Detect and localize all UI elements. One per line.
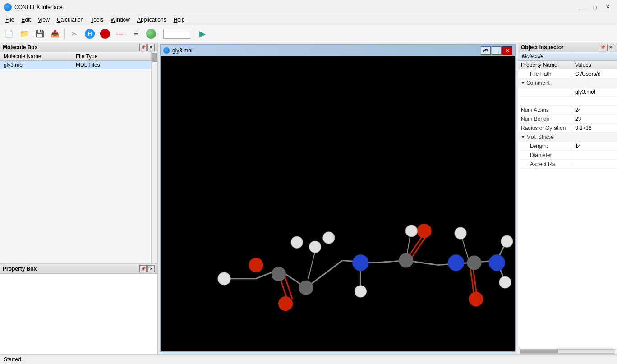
menu-calculation[interactable]: Calculation [53, 16, 87, 24]
inspector-key-diameter: Diameter [527, 152, 572, 159]
svg-point-39 [323, 232, 335, 244]
mol-minimize-button[interactable]: — [492, 46, 502, 55]
save-icon: 💾 [35, 29, 44, 38]
molecule-table-headers: Molecule Name File Type [0, 52, 151, 61]
open-button[interactable]: 📁 [17, 27, 32, 41]
svg-point-26 [309, 241, 321, 253]
green-ball-button[interactable] [144, 27, 158, 41]
molecule-cell-name-0: gly3.mol [0, 61, 72, 69]
menu-applications[interactable]: Applications [134, 16, 170, 24]
new-button[interactable]: 📄 [2, 27, 16, 41]
mol-close-button[interactable]: ✕ [502, 46, 512, 55]
minimize-button[interactable]: — [576, 3, 588, 12]
maximize-button[interactable]: □ [589, 3, 601, 12]
molecule-row-0[interactable]: gly3.mol MDL Files [0, 61, 151, 69]
svg-point-22 [249, 258, 263, 272]
col-header-type: File Type [72, 52, 151, 60]
property-box-controls: 📌 ✕ [139, 265, 155, 272]
inspector-row-comment-header[interactable]: ▼ Comment [518, 78, 617, 88]
inspector-column-headers: Property Name Values [518, 61, 617, 69]
new-icon: 📄 [5, 29, 14, 38]
svg-point-36 [489, 254, 505, 271]
inspector-scroll-thumb[interactable] [520, 350, 558, 353]
menu-window[interactable]: Window [107, 16, 134, 24]
inspector-val-molshape [572, 137, 617, 138]
mol-window-title: gly3.mol [172, 47, 193, 54]
inspector-row-numatoms: Num Atoms 24 [518, 106, 617, 115]
inspector-key-length: Length: [527, 143, 572, 150]
inspector-val-numatoms: 24 [572, 106, 617, 114]
property-box-close[interactable]: ✕ [147, 265, 155, 272]
mol-title: gly3.mol [163, 47, 193, 54]
calc-icon: — [116, 29, 124, 38]
menu-edit[interactable]: Edit [18, 16, 34, 24]
main-layout: Molecule Box 📌 ✕ Molecule Name File Type… [0, 42, 617, 354]
svg-point-24 [278, 296, 293, 311]
toolbar-separator-3 [193, 28, 193, 39]
molecule-box-close[interactable]: ✕ [147, 44, 155, 51]
title-controls: — □ ✕ [576, 3, 613, 12]
stack-button[interactable]: ≡ [129, 27, 143, 41]
comment-chevron-icon: ▼ [521, 81, 525, 85]
scissor-icon: ✂ [72, 30, 77, 37]
stack-icon: ≡ [134, 29, 138, 38]
mol-restore-button[interactable]: 🗗 [481, 46, 491, 55]
calc-button[interactable]: — [113, 27, 128, 41]
open-icon: 📁 [20, 29, 29, 38]
molecule-box: Molecule Box 📌 ✕ Molecule Name File Type… [0, 42, 157, 264]
hydrogen-icon: H [85, 29, 95, 39]
svg-point-33 [467, 255, 481, 270]
import-button[interactable]: 📥 [48, 27, 62, 41]
svg-point-31 [405, 225, 417, 237]
menu-file[interactable]: File [2, 16, 18, 24]
svg-point-27 [352, 254, 368, 271]
stop-button[interactable] [98, 27, 112, 41]
menu-help[interactable]: Help [170, 16, 189, 24]
inspector-row-radius: Radius of Gyration 3.8736 [518, 124, 617, 133]
inspector-row-diameter: Diameter [518, 151, 617, 160]
svg-point-32 [448, 254, 464, 271]
menu-view[interactable]: View [34, 16, 53, 24]
inspector-scrollbar[interactable] [518, 348, 617, 354]
molecule-table-scrollbar[interactable] [151, 52, 157, 263]
close-button[interactable]: ✕ [602, 3, 613, 12]
inspector-body: File Path C:/Users/d ▼ Comment gly3.mol [518, 69, 617, 348]
inspector-key-molshape: ▼ Mol. Shape [518, 134, 572, 141]
inspector-val-filepath: C:/Users/d [572, 70, 617, 78]
svg-point-38 [499, 276, 511, 288]
inspector-context-label: Molecule [522, 53, 543, 60]
inspector-key-numbonds: Num Bonds [518, 115, 572, 123]
green-ball-icon [146, 29, 156, 39]
mol-titlebar: gly3.mol 🗗 — ✕ [161, 45, 515, 56]
svg-point-40 [291, 236, 303, 248]
run-button[interactable]: ▶ [195, 27, 210, 41]
col-header-name: Molecule Name [0, 52, 72, 60]
molecule-box-pin[interactable]: 📌 [139, 44, 147, 51]
inspector-val-diameter [572, 155, 617, 156]
menu-tools[interactable]: Tools [87, 16, 107, 24]
inspector-val-length: 14 [572, 143, 617, 150]
inspector-scroll-track[interactable] [520, 349, 615, 354]
property-box-pin[interactable]: 📌 [139, 265, 147, 272]
inspector-context: Molecule [518, 52, 617, 61]
inspector-close[interactable]: ✕ [607, 44, 614, 51]
toolbar-separator-1 [64, 28, 65, 39]
inspector-row-empty [518, 97, 617, 106]
inspector-col-values: Values [572, 61, 617, 69]
toolbar-search-input[interactable] [163, 29, 190, 39]
svg-point-34 [469, 292, 483, 306]
inspector-title: Object Inspector [521, 44, 564, 51]
molecule-table: Molecule Name File Type gly3.mol MDL Fil… [0, 52, 151, 263]
inspector-comment-value: gly3.mol [572, 88, 617, 96]
inspector-row-numbonds: Num Bonds 23 [518, 115, 617, 124]
edit-button[interactable]: ✂ [67, 27, 82, 41]
status-text: Started. [4, 356, 23, 363]
save-button[interactable]: 💾 [32, 27, 47, 41]
title-left: CONFLEX Interface [4, 3, 63, 11]
import-icon: 📥 [51, 29, 60, 38]
hydrogen-button[interactable]: H [83, 27, 97, 41]
mol-viewport[interactable] [161, 56, 515, 351]
inspector-pin[interactable]: 📌 [599, 44, 606, 51]
molecule-box-header: Molecule Box 📌 ✕ [0, 42, 157, 52]
inspector-row-molshape-header[interactable]: ▼ Mol. Shape [518, 133, 617, 142]
